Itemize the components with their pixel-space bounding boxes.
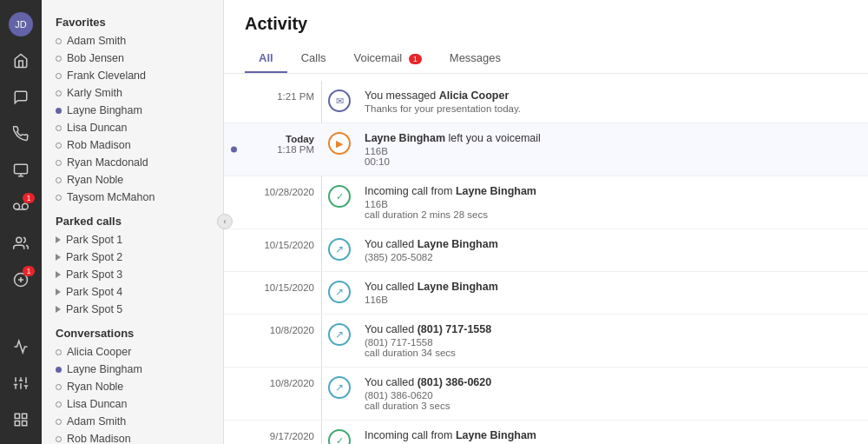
sidebar-item-label: Lisa Duncan <box>67 398 128 410</box>
activity-sub-text: 116B <box>365 146 847 156</box>
tab-all[interactable]: All <box>245 44 287 73</box>
sidebar-item-park-spot-5[interactable]: Park Spot 5 <box>42 301 223 318</box>
sidebar-item-adam-smith[interactable]: Adam Smith <box>42 32 223 50</box>
activity-main-text: Layne Bingham left you a voicemail <box>365 132 847 144</box>
activity-item[interactable]: 10/15/2020 ↗ You called Layne Bingham (3… <box>224 229 868 272</box>
favorites-title: Favorites <box>42 7 223 32</box>
activity-item[interactable]: 10/28/2020 ✓ Incoming call from Layne Bi… <box>224 176 868 229</box>
activity-icon: ▶ <box>328 132 351 155</box>
equalizer-nav[interactable] <box>3 366 38 401</box>
sidebar-item-label: Rob Madison <box>67 433 131 444</box>
activity-main-text: You called Layne Bingham <box>365 281 847 293</box>
svg-rect-18 <box>23 414 27 418</box>
activity-time: 10/8/2020 <box>245 323 314 335</box>
sidebar-item-label: Bob Jensen <box>67 52 124 64</box>
sidebar-item-rob-madison[interactable]: Rob Madison <box>42 136 223 154</box>
activity-time: 10/28/2020 <box>245 185 314 197</box>
sidebar-item-label: Taysom McMahon <box>67 191 155 203</box>
sidebar-item-conv-layne-bingham[interactable]: Layne Bingham <box>42 361 223 378</box>
tab-voicemail[interactable]: Voicemail 1 <box>340 44 436 73</box>
sidebar-item-label: Adam Smith <box>67 415 126 427</box>
sidebar-item-lisa-duncan[interactable]: Lisa Duncan <box>42 119 223 136</box>
meetings-nav[interactable] <box>3 153 38 188</box>
sidebar-item-karly-smith[interactable]: Karly Smith <box>42 84 223 102</box>
sidebar-item-label: Alicia Cooper <box>67 346 131 358</box>
apps-grid-nav[interactable] <box>3 402 38 437</box>
activity-time: 10/8/2020 <box>245 376 314 388</box>
activity-icon: ✓ <box>328 429 351 444</box>
voicemail-nav[interactable]: 1 <box>3 189 38 224</box>
main-content: Activity All Calls Voicemail 1 Messages … <box>224 0 868 444</box>
sidebar: Favorites Adam Smith Bob Jensen Frank Cl… <box>42 0 224 444</box>
sidebar-item-label: Park Spot 1 <box>66 234 122 246</box>
activity-time: 10/15/2020 <box>245 281 314 293</box>
phone-nav[interactable] <box>3 116 38 151</box>
activity-sub-text: 116B <box>365 199 847 209</box>
main-header: Activity All Calls Voicemail 1 Messages <box>224 0 868 74</box>
activity-content: You called (801) 386-0620 (801) 386-0620… <box>365 376 847 411</box>
dial-badge: 1 <box>23 266 35 276</box>
page-title: Activity <box>245 14 847 34</box>
dial-nav[interactable]: 1 <box>3 262 38 297</box>
sidebar-item-conv-ryan-noble[interactable]: Ryan Noble <box>42 378 223 395</box>
activity-item[interactable]: 10/8/2020 ↗ You called (801) 717-1558 (8… <box>224 315 868 368</box>
sidebar-item-conv-lisa-duncan[interactable]: Lisa Duncan <box>42 395 223 413</box>
activity-time: Today 1:18 PM <box>245 132 314 155</box>
sidebar-item-label: Ryan Noble <box>67 174 123 186</box>
activity-item[interactable]: 1:21 PM ✉ You messaged Alicia Cooper Tha… <box>224 81 868 123</box>
svg-point-4 <box>16 237 22 242</box>
svg-point-2 <box>23 203 29 209</box>
sidebar-item-bob-jensen[interactable]: Bob Jensen <box>42 50 223 67</box>
sidebar-item-taysom-mcmahon[interactable]: Taysom McMahon <box>42 189 223 206</box>
sidebar-item-frank-cleveland[interactable]: Frank Cleveland <box>42 67 223 84</box>
activity-duration: 00:10 <box>365 156 847 167</box>
activity-main-text: Incoming call from Layne Bingham <box>365 429 847 441</box>
tab-calls[interactable]: Calls <box>287 44 340 73</box>
activity-main-text: You called (801) 717-1558 <box>365 323 847 335</box>
sidebar-item-conv-adam-smith[interactable]: Adam Smith <box>42 413 223 430</box>
activity-item[interactable]: 9/17/2020 ✓ Incoming call from Layne Bin… <box>224 421 868 444</box>
sidebar-item-label: Frank Cleveland <box>67 70 146 82</box>
activity-content: You messaged Alicia Cooper Thanks for yo… <box>365 89 847 114</box>
sidebar-item-park-spot-1[interactable]: Park Spot 1 <box>42 231 223 249</box>
activity-duration: call duration 3 secs <box>365 401 847 411</box>
icon-bar: JD 1 1 <box>0 0 42 444</box>
svg-point-1 <box>14 203 20 209</box>
voicemail-badge: 1 <box>23 193 35 203</box>
sidebar-item-label: Ryan Macdonald <box>67 156 148 169</box>
activity-sub-text: Thanks for your presentation today. <box>365 103 847 114</box>
sidebar-item-alicia-cooper[interactable]: Alicia Cooper <box>42 343 223 361</box>
activity-item[interactable]: 10/15/2020 ↗ You called Layne Bingham 11… <box>224 272 868 315</box>
sidebar-item-park-spot-2[interactable]: Park Spot 2 <box>42 249 223 266</box>
svg-rect-17 <box>15 414 19 418</box>
activity-duration: call duration 34 secs <box>365 348 847 358</box>
sidebar-item-park-spot-4[interactable]: Park Spot 4 <box>42 283 223 301</box>
home-nav[interactable] <box>3 43 38 78</box>
tab-messages[interactable]: Messages <box>436 44 515 73</box>
sidebar-item-label: Ryan Noble <box>67 381 123 393</box>
chat-nav[interactable] <box>3 80 38 115</box>
analytics-nav[interactable] <box>3 329 38 364</box>
user-avatar[interactable]: JD <box>3 7 38 42</box>
sidebar-item-label: Rob Madison <box>67 139 131 151</box>
svg-rect-20 <box>23 421 27 426</box>
svg-rect-19 <box>15 421 19 426</box>
contacts-nav[interactable] <box>3 226 38 261</box>
sidebar-item-ryan-macdonald[interactable]: Ryan Macdonald <box>42 154 223 171</box>
conversations-title: Conversations <box>42 318 223 343</box>
sidebar-item-label: Park Spot 5 <box>66 303 122 315</box>
sidebar-item-ryan-noble[interactable]: Ryan Noble <box>42 171 223 189</box>
sidebar-item-label: Layne Bingham <box>67 104 142 116</box>
sidebar-item-conv-rob-madison[interactable]: Rob Madison <box>42 430 223 444</box>
activity-item[interactable]: Today 1:18 PM ▶ Layne Bingham left you a… <box>224 123 868 176</box>
sidebar-item-label: Park Spot 4 <box>66 286 122 298</box>
sidebar-item-label: Karly Smith <box>67 87 122 99</box>
sidebar-item-layne-bingham[interactable]: Layne Bingham <box>42 102 223 119</box>
activity-content: Incoming call from Layne Bingham 116B <box>365 429 847 444</box>
activity-time: 1:21 PM <box>245 89 314 102</box>
voicemail-tab-badge: 1 <box>409 54 422 64</box>
activity-time: 10/15/2020 <box>245 238 314 250</box>
activity-main-text: You messaged Alicia Cooper <box>365 89 847 102</box>
sidebar-item-park-spot-3[interactable]: Park Spot 3 <box>42 266 223 283</box>
activity-item[interactable]: 10/8/2020 ↗ You called (801) 386-0620 (8… <box>224 368 868 421</box>
